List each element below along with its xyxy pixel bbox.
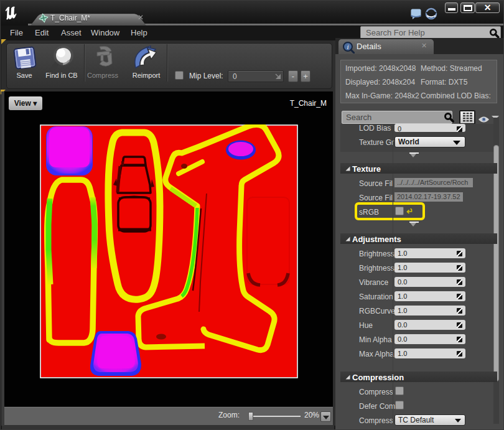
svg-text:i: i <box>347 43 348 50</box>
